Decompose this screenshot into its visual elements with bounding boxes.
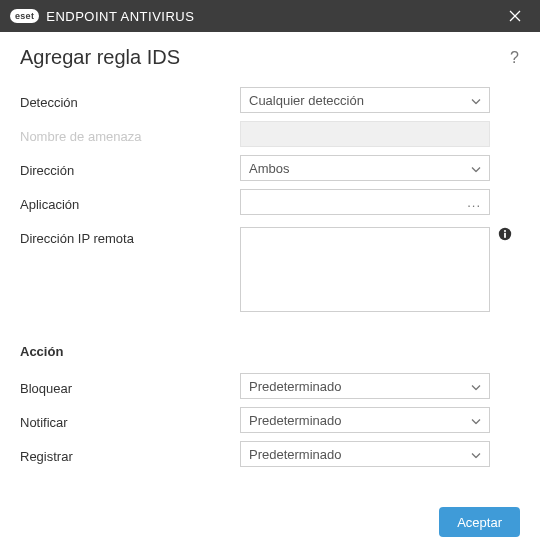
svg-point-3 <box>504 230 506 232</box>
page-title: Agregar regla IDS <box>20 46 180 69</box>
row-detection: Detección Cualquier detección <box>20 85 520 115</box>
notify-value: Predeterminado <box>249 413 342 428</box>
chevron-down-icon <box>471 93 481 108</box>
block-select[interactable]: Predeterminado <box>240 373 490 399</box>
row-notify: Notificar Predeterminado <box>20 405 520 435</box>
section-header-action: Acción <box>20 344 520 359</box>
chevron-down-icon <box>471 379 481 394</box>
label-detection: Detección <box>20 91 240 110</box>
info-button[interactable] <box>498 227 512 244</box>
accept-button[interactable]: Aceptar <box>439 507 520 537</box>
label-block: Bloquear <box>20 377 240 396</box>
direction-value: Ambos <box>249 161 289 176</box>
chevron-down-icon <box>471 447 481 462</box>
direction-select[interactable]: Ambos <box>240 155 490 181</box>
header-row: Agregar regla IDS ? <box>20 46 520 69</box>
row-direction: Dirección Ambos <box>20 153 520 183</box>
dialog-content: Agregar regla IDS ? Detección Cualquier … <box>0 32 540 469</box>
row-remote-ip: Dirección IP remota <box>20 227 520 312</box>
label-direction: Dirección <box>20 159 240 178</box>
threat-name-input <box>240 121 490 147</box>
label-remote-ip: Dirección IP remota <box>20 227 240 246</box>
label-notify: Notificar <box>20 411 240 430</box>
close-icon <box>509 10 521 22</box>
row-block: Bloquear Predeterminado <box>20 371 520 401</box>
detection-value: Cualquier detección <box>249 93 364 108</box>
dialog-footer: Aceptar <box>0 494 540 550</box>
application-input[interactable] <box>240 189 490 215</box>
svg-rect-4 <box>504 233 506 238</box>
title-bar: eset ENDPOINT ANTIVIRUS <box>0 0 540 32</box>
close-button[interactable] <box>500 1 530 31</box>
detection-select[interactable]: Cualquier detección <box>240 87 490 113</box>
row-threat-name: Nombre de amenaza <box>20 119 520 149</box>
chevron-down-icon <box>471 413 481 428</box>
row-application: Aplicación <box>20 187 520 217</box>
notify-select[interactable]: Predeterminado <box>240 407 490 433</box>
label-log: Registrar <box>20 445 240 464</box>
block-value: Predeterminado <box>249 379 342 394</box>
chevron-down-icon <box>471 161 481 176</box>
help-button[interactable]: ? <box>510 49 520 67</box>
label-threat-name: Nombre de amenaza <box>20 125 240 144</box>
remote-ip-textarea[interactable] <box>240 227 490 312</box>
row-log: Registrar Predeterminado <box>20 439 520 469</box>
info-icon <box>498 227 512 241</box>
label-application: Aplicación <box>20 193 240 212</box>
brand-logo: eset <box>10 9 39 23</box>
brand-text: ENDPOINT ANTIVIRUS <box>46 9 194 24</box>
log-select[interactable]: Predeterminado <box>240 441 490 467</box>
log-value: Predeterminado <box>249 447 342 462</box>
